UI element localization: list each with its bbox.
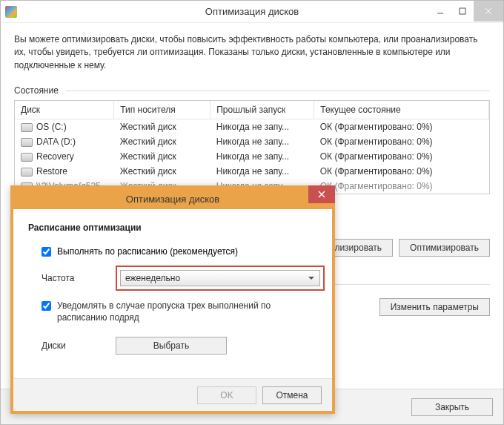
frequency-row: Частота еженедельно <box>42 266 317 291</box>
minimize-button[interactable] <box>429 1 451 22</box>
col-lastrun[interactable]: Прошлый запуск <box>210 101 314 119</box>
col-disk[interactable]: Диск <box>15 101 114 119</box>
cell-media: Жесткий диск <box>114 149 210 164</box>
cell-disk: Restore <box>36 166 67 177</box>
cell-lastrun: Никогда не запу... <box>210 149 314 164</box>
disk-icon <box>21 168 33 177</box>
dialog-title: Оптимизация дисков <box>13 194 332 205</box>
description-text: Вы можете оптимизировать диски, чтобы по… <box>14 33 490 72</box>
dialog-titlebar: Оптимизация дисков <box>13 188 332 209</box>
cell-lastrun: Никогда не запу... <box>210 134 314 149</box>
disks-row: Диски Выбрать <box>42 337 317 355</box>
frequency-select[interactable]: еженедельно <box>120 270 320 286</box>
status-label: Состояние <box>14 85 490 96</box>
maximize-button[interactable] <box>451 1 474 22</box>
table-row[interactable]: OS (C:) Жесткий диск Никогда не запу... … <box>15 119 489 135</box>
cell-current: ОК (Фрагментировано: 0%) <box>314 164 489 179</box>
dialog-heading: Расписание оптимизации <box>28 223 317 233</box>
cell-disk: Recovery <box>36 151 74 162</box>
optimize-button[interactable]: Оптимизировать <box>399 239 490 257</box>
col-media[interactable]: Тип носителя <box>114 101 210 119</box>
cell-disk: OS (C:) <box>36 122 67 132</box>
frequency-highlight: еженедельно <box>116 266 325 291</box>
table-row[interactable]: DATA (D:) Жесткий диск Никогда не запу..… <box>15 134 489 149</box>
table-header-row: Диск Тип носителя Прошлый запуск Текущее… <box>15 101 489 119</box>
notify-label: Уведомлять в случае пропуска трех выполн… <box>57 300 317 323</box>
cell-lastrun: Никогда не запу... <box>210 164 314 179</box>
notify-row: Уведомлять в случае пропуска трех выполн… <box>42 300 317 323</box>
cell-lastrun: Никогда не запу... <box>210 119 314 135</box>
choose-disks-button[interactable]: Выбрать <box>116 337 227 355</box>
disk-icon <box>21 138 33 147</box>
schedule-dialog: Оптимизация дисков Расписание оптимизаци… <box>10 185 335 414</box>
dialog-close-button[interactable] <box>308 185 335 203</box>
cell-current: ОК (Фрагментировано: 0%) <box>314 119 489 135</box>
close-button[interactable] <box>474 1 503 22</box>
notify-checkbox[interactable] <box>42 301 51 311</box>
ok-button[interactable]: OK <box>197 386 256 404</box>
disk-icon <box>21 123 33 132</box>
main-titlebar: Оптимизация дисков <box>1 1 503 23</box>
window-title: Оптимизация дисков <box>1 6 503 17</box>
cell-current: ОК (Фрагментировано: 0%) <box>314 179 489 194</box>
app-icon <box>5 6 17 18</box>
cell-media: Жесткий диск <box>114 119 210 135</box>
cell-media: Жесткий диск <box>114 164 210 179</box>
table-row[interactable]: Recovery Жесткий диск Никогда не запу...… <box>15 149 489 164</box>
cell-current: ОК (Фрагментировано: 0%) <box>314 134 489 149</box>
dialog-body: Расписание оптимизации Выполнять по расп… <box>13 209 332 371</box>
close-window-button[interactable]: Закрыть <box>411 398 493 416</box>
table-row[interactable]: Restore Жесткий диск Никогда не запу... … <box>15 164 489 179</box>
disk-icon <box>21 153 33 162</box>
run-scheduled-row: Выполнять по расписанию (рекомендуется) <box>42 246 317 257</box>
cell-disk: DATA (D:) <box>36 136 76 147</box>
dialog-bottom-bar: OK Отмена <box>13 378 332 411</box>
col-current[interactable]: Текущее состояние <box>314 101 489 119</box>
disks-table: Диск Тип носителя Прошлый запуск Текущее… <box>14 100 490 194</box>
run-scheduled-checkbox[interactable] <box>42 247 51 257</box>
cancel-button[interactable]: Отмена <box>262 386 322 404</box>
change-parameters-button[interactable]: Изменить параметры <box>379 298 490 316</box>
frequency-label: Частота <box>42 273 116 283</box>
run-scheduled-label: Выполнять по расписанию (рекомендуется) <box>57 246 238 257</box>
svg-rect-1 <box>460 8 465 14</box>
window-controls <box>429 1 503 22</box>
cell-current: ОК (Фрагментировано: 0%) <box>314 149 489 164</box>
disks-label: Диски <box>42 340 116 351</box>
cell-media: Жесткий диск <box>114 134 210 149</box>
